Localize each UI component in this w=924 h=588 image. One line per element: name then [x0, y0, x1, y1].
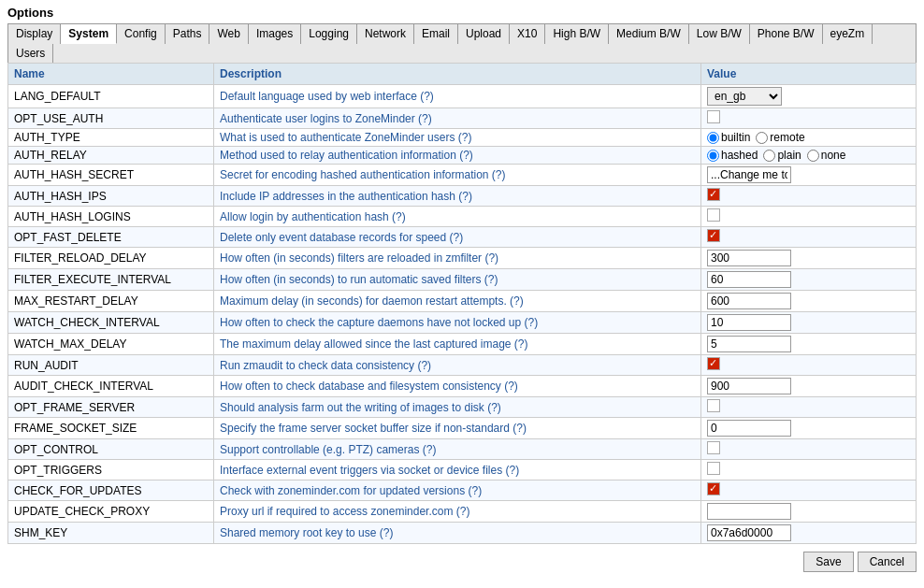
tab-paths[interactable]: Paths	[166, 24, 210, 44]
row-val-auth_hash_ips[interactable]	[701, 186, 917, 207]
input-watch_max_delay[interactable]	[707, 336, 791, 352]
row-name-auth_hash_ips: AUTH_HASH_IPS	[8, 186, 214, 207]
tab-web[interactable]: Web	[209, 24, 248, 44]
row-val-check_for_updates[interactable]	[701, 480, 917, 501]
row-desc-opt_use_auth: Authenticate user logins to ZoneMinder (…	[214, 108, 701, 129]
row-name-opt_frame_server: OPT_FRAME_SERVER	[8, 397, 214, 418]
row-val-shm_key[interactable]	[701, 523, 917, 544]
row-val-lang_default[interactable]: en_gben_usfrdees	[701, 85, 917, 108]
checkbox-unchecked-auth_hash_logins[interactable]	[707, 208, 720, 222]
input-frame_socket_size[interactable]	[707, 420, 791, 437]
table-row: FRAME_SOCKET_SIZESpecify the frame serve…	[8, 418, 917, 439]
row-name-opt_fast_delete: OPT_FAST_DELETE	[8, 227, 214, 248]
row-name-opt_control: OPT_CONTROL	[8, 439, 214, 460]
tab-lowbw[interactable]: Low B/W	[689, 24, 750, 44]
radio-item-none: none	[807, 149, 846, 162]
tab-mediumbw[interactable]: Medium B/W	[609, 24, 689, 44]
input-watch_check_interval[interactable]	[707, 314, 791, 331]
row-name-filter_execute_interval: FILTER_EXECUTE_INTERVAL	[8, 269, 214, 291]
row-val-auth_hash_logins[interactable]	[701, 207, 917, 227]
row-desc-auth_relay: Method used to relay authentication info…	[214, 147, 701, 165]
row-val-max_restart_delay[interactable]	[701, 291, 917, 312]
input-auth_hash_secret[interactable]	[707, 166, 791, 183]
page-title: Options	[0, 0, 924, 23]
table-row: AUTH_HASH_LOGINSAllow login by authentic…	[8, 207, 917, 227]
checkbox-checked-check_for_updates[interactable]	[707, 482, 720, 495]
table-row: AUTH_TYPEWhat is used to authenticate Zo…	[8, 129, 917, 147]
table-row: AUTH_HASH_SECRETSecret for encoding hash…	[8, 165, 917, 186]
row-desc-auth_hash_logins: Allow login by authentication hash (?)	[214, 207, 701, 227]
tab-highbw[interactable]: High B/W	[545, 24, 609, 44]
row-desc-auth_hash_secret: Secret for encoding hashed authenticatio…	[214, 165, 701, 186]
row-name-auth_hash_secret: AUTH_HASH_SECRET	[8, 165, 214, 186]
row-desc-opt_frame_server: Should analysis farm out the writing of …	[214, 397, 701, 418]
row-val-run_audit[interactable]	[701, 355, 917, 376]
row-name-check_for_updates: CHECK_FOR_UPDATES	[8, 480, 214, 501]
tab-logging[interactable]: Logging	[301, 24, 357, 44]
row-name-filter_reload_delay: FILTER_RELOAD_DELAY	[8, 248, 214, 269]
row-desc-filter_execute_interval: How often (in seconds) to run automatic …	[214, 269, 701, 291]
tab-x10[interactable]: X10	[510, 24, 545, 44]
row-val-watch_check_interval[interactable]	[701, 312, 917, 334]
checkbox-unchecked-opt_control[interactable]	[707, 441, 720, 454]
row-val-auth_type[interactable]: builtinremote	[701, 129, 917, 147]
tab-display[interactable]: Display	[8, 24, 61, 44]
row-val-opt_fast_delete[interactable]	[701, 227, 917, 248]
checkbox-checked-auth_hash_ips[interactable]	[707, 188, 720, 201]
row-val-frame_socket_size[interactable]	[701, 418, 917, 439]
tab-upload[interactable]: Upload	[458, 24, 510, 44]
row-desc-max_restart_delay: Maximum delay (in seconds) for daemon re…	[214, 291, 701, 312]
row-val-auth_relay[interactable]: hashedplainnone	[701, 147, 917, 165]
radio-auth_type-builtin[interactable]	[707, 132, 719, 144]
checkbox-unchecked-opt_frame_server[interactable]	[707, 399, 720, 412]
save-button[interactable]: Save	[803, 552, 853, 572]
row-desc-check_for_updates: Check with zoneminder.com for updated ve…	[214, 480, 701, 501]
input-update_check_proxy[interactable]	[707, 503, 791, 520]
radio-auth_type-remote[interactable]	[756, 132, 768, 144]
row-val-opt_frame_server[interactable]	[701, 397, 917, 418]
input-shm_key[interactable]	[707, 524, 791, 541]
tab-eyezm[interactable]: eyeZm	[823, 24, 873, 44]
row-name-auth_hash_logins: AUTH_HASH_LOGINS	[8, 207, 214, 227]
tab-users[interactable]: Users	[8, 44, 53, 63]
checkbox-unchecked-opt_triggers[interactable]	[707, 462, 720, 475]
input-filter_reload_delay[interactable]	[707, 250, 791, 266]
checkbox-checked-run_audit[interactable]	[707, 357, 720, 370]
row-val-watch_max_delay[interactable]	[701, 334, 917, 355]
tab-images[interactable]: Images	[249, 24, 301, 44]
row-val-opt_triggers[interactable]	[701, 460, 917, 480]
row-desc-auth_hash_ips: Include IP addresses in the authenticati…	[214, 186, 701, 207]
radio-item-remote: remote	[756, 131, 804, 144]
input-filter_execute_interval[interactable]	[707, 271, 791, 288]
col-header-value: Value	[701, 64, 917, 85]
radio-label-hashed: hashed	[721, 149, 758, 162]
radio-auth_relay-plain[interactable]	[763, 150, 775, 162]
select-lang_default[interactable]: en_gben_usfrdees	[707, 87, 782, 106]
table-row: FILTER_EXECUTE_INTERVALHow often (in sec…	[8, 269, 917, 291]
row-desc-opt_control: Support controllable (e.g. PTZ) cameras …	[214, 439, 701, 460]
input-max_restart_delay[interactable]	[707, 293, 791, 309]
table-row: AUDIT_CHECK_INTERVALHow often to check d…	[8, 376, 917, 397]
row-val-audit_check_interval[interactable]	[701, 376, 917, 397]
radio-auth_relay-none[interactable]	[807, 150, 819, 162]
row-val-opt_control[interactable]	[701, 439, 917, 460]
cancel-button[interactable]: Cancel	[858, 552, 917, 572]
table-row: MAX_RESTART_DELAYMaximum delay (in secon…	[8, 291, 917, 312]
tab-phonebw[interactable]: Phone B/W	[750, 24, 823, 44]
checkbox-checked-opt_fast_delete[interactable]	[707, 229, 720, 242]
tab-network[interactable]: Network	[357, 24, 414, 44]
tab-system[interactable]: System	[61, 24, 117, 44]
tab-config[interactable]: Config	[117, 24, 166, 44]
checkbox-unchecked-opt_use_auth[interactable]	[707, 110, 720, 123]
tab-email[interactable]: Email	[414, 24, 458, 44]
row-val-filter_execute_interval[interactable]	[701, 269, 917, 291]
row-val-update_check_proxy[interactable]	[701, 501, 917, 523]
row-val-auth_hash_secret[interactable]	[701, 165, 917, 186]
row-val-filter_reload_delay[interactable]	[701, 248, 917, 269]
input-audit_check_interval[interactable]	[707, 378, 791, 394]
row-val-opt_use_auth[interactable]	[701, 108, 917, 129]
row-name-opt_triggers: OPT_TRIGGERS	[8, 460, 214, 480]
radio-auth_relay-hashed[interactable]	[707, 150, 719, 162]
table-row: OPT_CONTROLSupport controllable (e.g. PT…	[8, 439, 917, 460]
row-desc-lang_default: Default language used by web interface (…	[214, 85, 701, 108]
